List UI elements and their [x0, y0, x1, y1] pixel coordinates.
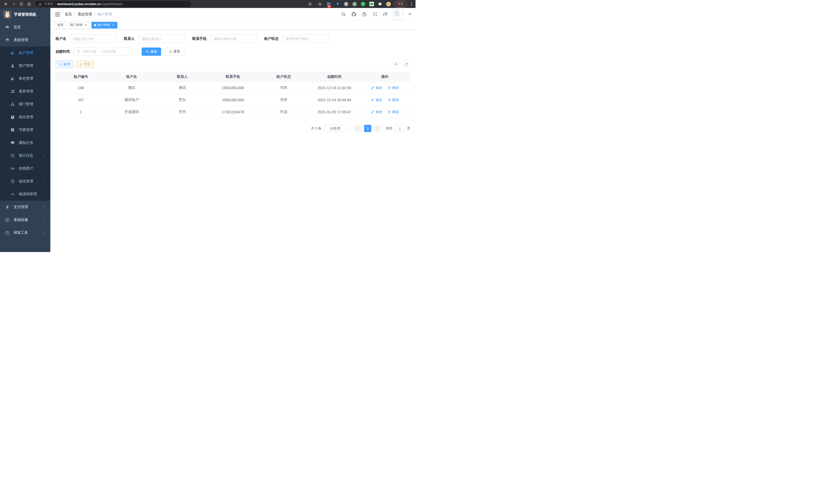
chevron-down-icon [345, 127, 348, 130]
page-content: 租户名 联系人 联系手机 租户状态 请选择租户状态 [50, 30, 416, 252]
tab-label: 首页 [57, 23, 63, 27]
sidebar-item-system[interactable]: 系统管理 [0, 34, 50, 47]
add-button[interactable]: 新增 [56, 60, 74, 68]
browser-forward-button[interactable] [10, 1, 17, 7]
tab-dept[interactable]: 部门管理 × [67, 22, 90, 29]
sidebar-item-tenant[interactable]: 租户管理 [0, 47, 50, 59]
font-size-icon[interactable]: TT [383, 12, 388, 17]
app-logo[interactable]: 芋道管理系统 [0, 8, 50, 21]
address-bar[interactable]: 不安全 dashboard.yudao.iocoder.cn/system/te… [35, 1, 191, 7]
extension-puzzle-icon[interactable] [377, 2, 382, 7]
bookmark-star-icon[interactable] [317, 1, 323, 7]
plus-icon [59, 63, 62, 66]
cell-tenant-name: 测试租户 [106, 98, 157, 102]
sidebar-item-home[interactable]: 首页 [0, 21, 50, 34]
close-icon[interactable]: × [84, 23, 87, 27]
status-select-placeholder: 请选择租户状态 [285, 36, 309, 41]
edit-button[interactable]: 修改 [371, 98, 382, 102]
extension-kite-icon[interactable] [335, 2, 340, 7]
sidebar-item-label: 字典管理 [19, 128, 33, 132]
sidebar-item-audit-log[interactable]: 审计日志 [0, 149, 50, 162]
delete-button[interactable]: 删除 [388, 98, 399, 102]
security-warning-icon[interactable] [38, 2, 42, 6]
extension-chat-icon[interactable] [369, 2, 374, 7]
tenant-table: 租户编号 租户名 联系人 联系手机 租户状态 创建时间 操作 108 测试 测试… [56, 72, 410, 118]
browser-update-button[interactable]: 更新 [395, 1, 407, 7]
sidebar-item-dict[interactable]: 字典管理 [0, 124, 50, 137]
tab-tenant[interactable]: 租户管理 × [91, 22, 117, 29]
extension-command-icon[interactable]: ⌘ [344, 2, 349, 7]
cell-tenant-name: 芋道源码 [106, 110, 157, 114]
goto-page-input[interactable] [395, 125, 405, 132]
toggle-search-button[interactable] [392, 60, 400, 68]
search-button[interactable]: 搜索 [142, 48, 161, 56]
col-mobile: 联系手机 [208, 75, 258, 79]
sidebar-item-dept[interactable]: 部门管理 [0, 98, 50, 111]
sidebar-item-error-code[interactable]: 错误码管理 [0, 188, 50, 201]
sidebar-collapse-icon[interactable] [55, 11, 60, 17]
broken-image-icon [394, 10, 400, 17]
calendar-icon [77, 50, 80, 53]
cell-contact: 测试 [157, 86, 208, 90]
sidebar-item-label: 租户管理 [19, 51, 33, 55]
refresh-icon [169, 50, 172, 53]
next-page-button[interactable] [374, 125, 381, 132]
extension-y-icon[interactable]: Y [361, 2, 366, 7]
sidebar-item-infra[interactable]: 基础设施 [0, 213, 50, 226]
browser-home-button[interactable] [26, 1, 32, 7]
cell-mobile: 17321315478 [208, 110, 258, 114]
fullscreen-icon[interactable] [372, 12, 377, 17]
org-tree-icon [10, 102, 15, 107]
avatar[interactable] [393, 9, 403, 20]
chevron-down-icon [43, 180, 46, 183]
cell-status: 关闭 [258, 86, 309, 90]
extension-dot-icon[interactable] [352, 2, 357, 7]
create-time-range-picker[interactable]: 开始日期 - 结束日期 [74, 48, 134, 56]
sidebar-item-label: 错误码管理 [19, 192, 37, 197]
avatar-caret-icon[interactable] [408, 13, 411, 16]
mobile-input[interactable] [210, 35, 257, 43]
prev-page-button[interactable] [354, 125, 362, 132]
status-label: 租户状态 [264, 36, 279, 41]
close-icon[interactable]: × [112, 23, 115, 27]
reset-button[interactable]: 重置 [165, 48, 184, 56]
sidebar-item-role[interactable]: 角色管理 [0, 72, 50, 85]
github-icon[interactable] [351, 12, 356, 17]
tenant-name-input[interactable] [70, 35, 116, 43]
delete-button[interactable]: 删除 [388, 110, 399, 114]
chevron-down-icon [43, 231, 46, 234]
pagination-total: 共 3 条 [311, 126, 321, 131]
page-number-1[interactable]: 1 [364, 125, 371, 132]
sidebar-item-devtools[interactable]: 研发工具 [0, 226, 50, 239]
extension-emoji-icon[interactable] [386, 2, 391, 7]
export-button[interactable]: 导出 [76, 60, 94, 68]
tab-home[interactable]: 首页 [55, 22, 66, 29]
sidebar-item-user[interactable]: 用户管理 [0, 59, 50, 72]
extension-tiles-icon[interactable]: 10 [326, 2, 332, 7]
online-users-icon [10, 166, 15, 171]
sidebar-item-payment[interactable]: ¥ 支付管理 [0, 201, 50, 213]
edit-button[interactable]: 修改 [371, 110, 382, 114]
contact-input[interactable] [138, 35, 185, 43]
sidebar-item-label: 用户管理 [19, 63, 33, 68]
browser-menu-icon[interactable] [410, 2, 413, 6]
edit-button[interactable]: 修改 [371, 86, 382, 90]
status-select[interactable]: 请选择租户状态 [282, 35, 328, 43]
page-size-select[interactable]: 10条/页 [324, 125, 349, 132]
sidebar-item-sms[interactable]: 短信管理 [0, 175, 50, 188]
help-question-icon[interactable] [362, 12, 367, 17]
browser-reload-button[interactable] [18, 1, 25, 7]
security-label[interactable]: 不安全 [44, 2, 53, 6]
sidebar-item-online-users[interactable]: 在线用户 [0, 162, 50, 175]
breadcrumb-home[interactable]: 首页 [65, 12, 72, 17]
sidebar-item-menu[interactable]: 菜单管理 [0, 85, 50, 98]
refresh-table-button[interactable] [403, 60, 410, 68]
header-search-icon[interactable] [341, 12, 346, 17]
delete-button[interactable]: 删除 [388, 86, 399, 90]
sidebar-item-post[interactable]: 岗位管理 [0, 111, 50, 124]
sidebar-item-notice[interactable]: 通知公告 [0, 137, 50, 149]
browser-back-button[interactable] [3, 1, 9, 7]
breadcrumb-system[interactable]: 系统管理 [78, 12, 92, 17]
sidebar-item-label: 基础设施 [13, 217, 28, 222]
share-icon[interactable] [307, 1, 313, 7]
